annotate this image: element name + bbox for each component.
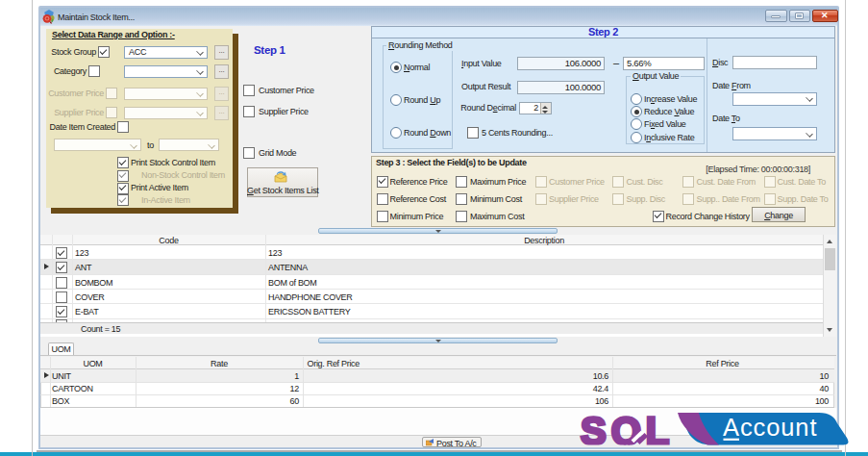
svg-text:Account: Account: [723, 414, 817, 441]
svg-text:SQL: SQL: [581, 410, 674, 447]
